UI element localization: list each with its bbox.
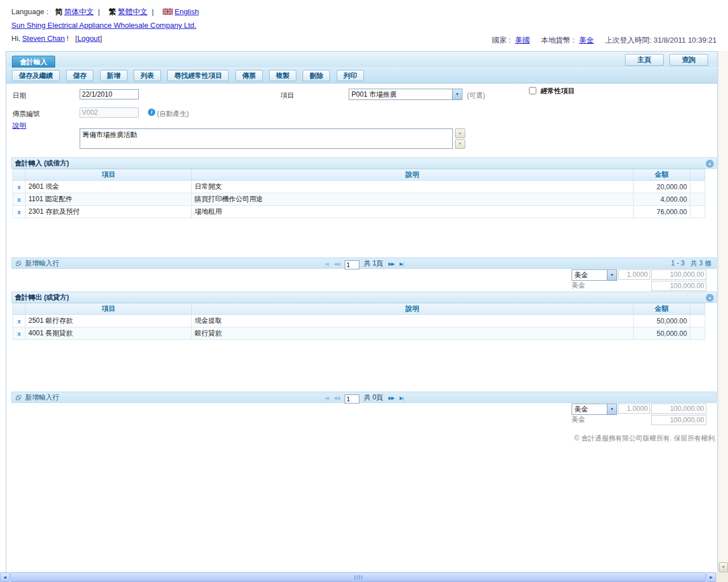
lang-english-link[interactable]: English: [175, 7, 199, 16]
voucher-button[interactable]: 傳票: [235, 70, 263, 81]
main-frame: 會計輸入 主頁 查詢 儲存及繼續 儲存 新增 列表 尋找經常性項目 傳票 複製 …: [6, 51, 718, 572]
row-desc: 購買打印機作公司用途: [192, 193, 634, 206]
recurring-checkbox[interactable]: [529, 87, 536, 94]
collapse-section-icon[interactable]: ▲: [706, 294, 714, 302]
exchange-rate-input: [618, 404, 650, 414]
scroll-down-icon[interactable]: ▼: [719, 562, 728, 572]
last-page-icon[interactable]: ▶|: [400, 396, 403, 401]
column-header-desc: 說明: [192, 169, 634, 181]
collapse-section-icon[interactable]: ▲: [706, 160, 714, 168]
currency-select[interactable]: 美金 ▼: [572, 269, 617, 281]
add-row-icon: [15, 394, 22, 401]
save-button[interactable]: 儲存: [66, 70, 93, 81]
delete-row-icon[interactable]: x: [17, 318, 20, 325]
row-item: 4001 長期貸款: [26, 327, 192, 340]
home-button[interactable]: 主頁: [625, 54, 664, 66]
voucher-form: 日期 項目 P001 市場推廣 ▼ (可選) 經常性項目 傳票編號 i (自動產…: [6, 84, 717, 157]
lang-simplified-link[interactable]: 简体中文: [64, 7, 94, 16]
row-item: 2601 現金: [26, 181, 192, 193]
description-textarea[interactable]: 籌備市場推廣活動: [80, 128, 453, 149]
tab-accounting-entry[interactable]: 會計輸入: [12, 56, 55, 68]
row-amount: 20,000.00: [633, 181, 690, 193]
delete-row-icon[interactable]: x: [17, 196, 20, 203]
base-currency-label: 美金: [572, 281, 585, 289]
greeting-text: Hi,: [11, 34, 20, 43]
local-currency-link[interactable]: 美金: [579, 36, 594, 44]
first-page-icon[interactable]: |◀: [325, 396, 328, 401]
delete-row-icon[interactable]: x: [17, 330, 20, 337]
greeting-row: Hi,Steven Chan! [Logout]: [11, 34, 102, 43]
horizontal-scrollbar-thumb[interactable]: [10, 572, 706, 582]
pagination: |◀ ◀◀ 共 0頁 ▶▶ ▶|: [325, 392, 403, 404]
scrollbar-corner: [716, 572, 728, 582]
row-desc: 日常開支: [192, 181, 634, 193]
first-page-icon[interactable]: |◀: [325, 261, 328, 267]
scroll-left-icon[interactable]: ◀: [0, 572, 10, 582]
horizontal-scrollbar[interactable]: ◀ ▶: [0, 572, 716, 582]
save-continue-button[interactable]: 儲存及繼續: [12, 70, 60, 81]
spin-down-icon[interactable]: ▼: [455, 139, 465, 149]
description-link[interactable]: 說明: [13, 121, 26, 131]
separator: |: [152, 7, 154, 16]
debit-section-header: 會計轉入 (或借方) ▲: [11, 157, 717, 169]
credit-section-header: 會計轉出 (或貸方) ▲: [11, 292, 717, 303]
credit-grid-area: 項目 說明 金額 x 2501 銀行存款 現金提取 50,000.00 x: [11, 303, 717, 392]
company-link[interactable]: Sun Shing Electrical Appliance Wholesale…: [11, 21, 196, 30]
column-header-amount: 金額: [633, 169, 690, 181]
greeting-suffix: !: [67, 34, 69, 43]
recurring-checkbox-group: 經常性項目: [529, 86, 574, 96]
base-total-input: [651, 415, 706, 425]
next-page-icon[interactable]: ▶▶: [388, 261, 394, 267]
prev-page-icon[interactable]: ◀◀: [334, 396, 340, 401]
page-number-input[interactable]: [345, 394, 359, 404]
traditional-chinese-icon: 繁: [109, 7, 116, 16]
column-header-desc: 說明: [192, 304, 634, 315]
table-row[interactable]: x 2301 存款及預付 場地租用 76,000.00: [13, 206, 705, 218]
table-row[interactable]: x 2501 銀行存款 現金提取 50,000.00: [13, 315, 705, 327]
delete-row-icon[interactable]: x: [17, 184, 20, 190]
project-optional-hint: (可選): [467, 91, 485, 101]
user-name-link[interactable]: Steven Chan: [22, 34, 65, 43]
page-number-input[interactable]: [345, 260, 359, 269]
project-select[interactable]: P001 市場推廣 ▼: [349, 89, 462, 100]
find-recurring-button[interactable]: 尋找經常性項目: [167, 70, 229, 81]
toolbar: 儲存及繼續 儲存 新增 列表 尋找經常性項目 傳票 複製 刪除 列印: [6, 68, 717, 84]
add-row-link[interactable]: 新增輸入行: [15, 258, 59, 268]
scroll-right-icon[interactable]: ▶: [706, 572, 716, 582]
logout-link[interactable]: Logout: [77, 34, 100, 43]
delete-button[interactable]: 刪除: [303, 70, 330, 81]
list-button[interactable]: 列表: [134, 70, 161, 81]
last-login-time: 31/8/2011 10:39:21: [653, 36, 717, 44]
language-bar: Language : 简简体中文 | 繁繁體中文 | English: [11, 7, 199, 17]
debit-section-footer: 新增輸入行 |◀ ◀◀ 共 1頁 ▶▶ ▶| 1 - 3 共 3 條: [11, 257, 717, 269]
project-select-value: P001 市場推廣: [349, 89, 452, 99]
table-row[interactable]: x 1101 固定配件 購買打印機作公司用途 4,000.00: [13, 193, 705, 206]
table-header-row: 項目 說明 金額: [13, 304, 705, 315]
currency-select[interactable]: 美金 ▼: [572, 404, 617, 415]
prev-page-icon[interactable]: ◀◀: [334, 261, 340, 267]
row-amount: 50,000.00: [633, 315, 690, 327]
table-row[interactable]: x 2601 現金 日常開支 20,000.00: [13, 181, 705, 193]
date-input[interactable]: [80, 89, 139, 99]
copy-button[interactable]: 複製: [269, 70, 296, 81]
lang-traditional-link[interactable]: 繁體中文: [118, 7, 147, 16]
delete-row-icon[interactable]: x: [17, 209, 20, 215]
new-button[interactable]: 新增: [100, 70, 127, 81]
last-page-icon[interactable]: ▶|: [400, 261, 403, 267]
vertical-scrollbar[interactable]: ▼: [718, 51, 728, 572]
search-button[interactable]: 查詢: [669, 54, 708, 66]
row-amount: 50,000.00: [633, 327, 690, 340]
next-page-icon[interactable]: ▶▶: [388, 396, 394, 401]
debit-section-title: 會計轉入 (或借方): [15, 159, 69, 167]
base-currency-label: 美金: [572, 415, 585, 423]
debit-currency-block: 美金 ▼ 美金: [11, 269, 717, 292]
spin-up-icon[interactable]: ▲: [455, 128, 465, 138]
company-row: Sun Shing Electrical Appliance Wholesale…: [11, 21, 196, 30]
add-row-link[interactable]: 新增輸入行: [15, 392, 59, 402]
print-button[interactable]: 列印: [337, 70, 364, 81]
country-link[interactable]: 美國: [515, 36, 530, 44]
total-amount-input: [651, 269, 706, 280]
table-row[interactable]: x 4001 長期貸款 銀行貸款 50,000.00: [13, 327, 705, 340]
recurring-checkbox-label: 經常性項目: [540, 87, 574, 95]
currency-select-value: 美金: [572, 270, 607, 280]
